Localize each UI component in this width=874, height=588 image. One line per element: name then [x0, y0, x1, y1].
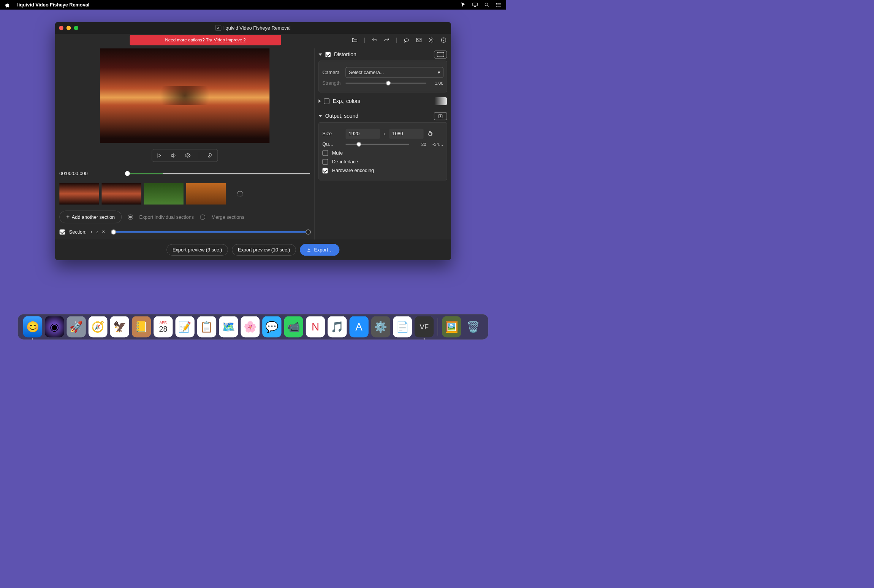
dock-news[interactable]: N — [306, 316, 325, 338]
height-input[interactable]: 1080 — [389, 129, 423, 139]
dock-appstore[interactable]: A — [349, 316, 368, 338]
output-panel: Output, sound Size 1920 x 1080 Qu… — [318, 110, 447, 180]
section-range-slider[interactable] — [112, 231, 310, 232]
section-next-icon[interactable]: › — [90, 229, 92, 235]
dock-preferences[interactable]: ⚙️ — [371, 316, 390, 338]
dock-photos[interactable]: 🌸 — [241, 316, 260, 338]
dock-music[interactable]: 🎵 — [328, 316, 347, 338]
timeline-scrubber[interactable] — [125, 173, 310, 174]
quality-value: 20 — [413, 142, 426, 147]
dock-finder[interactable]: 😊 — [23, 316, 42, 338]
redo-icon[interactable] — [384, 37, 390, 43]
maximize-button[interactable] — [74, 26, 79, 30]
section-delete-icon[interactable]: × — [102, 229, 105, 235]
preview-pane: 00:00:00.000 + Add another section Expor… — [55, 48, 315, 239]
dock-vf[interactable]: VF — [415, 316, 434, 338]
export-individual-radio[interactable] — [128, 214, 133, 220]
export-preview-3s-button[interactable]: Export preview (3 sec.) — [166, 244, 228, 256]
dock-messages[interactable]: 💬 — [262, 316, 281, 338]
merge-sections-radio[interactable] — [200, 214, 205, 220]
mute-checkbox[interactable] — [322, 150, 328, 156]
mail-icon[interactable] — [416, 37, 422, 43]
app-window: VF liquivid Video Fisheye Removal Need m… — [55, 22, 451, 260]
dock-maps[interactable]: 🗺️ — [219, 316, 238, 338]
clip-thumbnail[interactable] — [59, 183, 99, 205]
size-label: Size — [322, 131, 342, 137]
camera-label: Camera — [322, 70, 342, 75]
dock-calendar[interactable]: APR28 — [154, 316, 173, 338]
undo-icon[interactable] — [371, 37, 377, 43]
section-prev-icon[interactable]: ‹ — [96, 229, 98, 235]
deinterlace-checkbox[interactable] — [322, 159, 328, 165]
output-header[interactable]: Output, sound — [318, 110, 447, 122]
properties-panel: Distortion Camera Select camera... ▾ — [315, 48, 451, 239]
distortion-header[interactable]: Distortion — [318, 48, 447, 60]
exp-colors-title: Exp., colors — [332, 98, 360, 104]
feedback-icon[interactable] — [404, 37, 410, 43]
menubar-list-icon[interactable] — [496, 2, 502, 8]
dock-launchpad[interactable]: 🚀 — [66, 316, 86, 338]
reset-size-icon[interactable] — [427, 131, 433, 137]
chevron-right-icon — [318, 100, 321, 103]
menubar-search-icon[interactable] — [484, 2, 490, 8]
section-enabled-checkbox[interactable] — [59, 229, 65, 235]
dock-contacts[interactable]: 📒 — [132, 316, 151, 338]
dock-facetime[interactable]: 📹 — [284, 316, 303, 338]
dock-reminders[interactable]: 📋 — [197, 316, 216, 338]
camera-select[interactable]: Select camera... ▾ — [346, 67, 443, 78]
wrench-icon[interactable] — [207, 152, 213, 158]
banner-link[interactable]: Video Improve 2 — [214, 38, 246, 43]
volume-icon[interactable] — [170, 152, 176, 158]
distortion-panel: Distortion Camera Select camera... ▾ — [318, 48, 447, 92]
menubar-airplay-icon[interactable] — [472, 2, 478, 8]
dock-downloads[interactable]: 🖼️ — [442, 316, 461, 338]
eye-icon[interactable] — [185, 152, 191, 158]
export-button[interactable]: Export… — [300, 244, 339, 256]
info-icon[interactable] — [440, 37, 446, 43]
apple-icon[interactable] — [5, 2, 11, 8]
separator: | — [364, 37, 365, 43]
open-folder-icon[interactable] — [352, 37, 358, 43]
strength-label: Strength — [322, 80, 342, 86]
gear-icon[interactable] — [428, 37, 434, 43]
export-box-icon — [434, 112, 447, 120]
minimize-button[interactable] — [66, 26, 71, 30]
dock-trash[interactable]: 🗑️ — [464, 316, 483, 338]
footer-bar: Export preview (3 sec.) Export preview (… — [55, 240, 451, 260]
app-icon: VF — [215, 25, 221, 31]
distortion-checkbox[interactable] — [325, 52, 331, 57]
svg-point-7 — [496, 5, 497, 5]
svg-point-1 — [485, 3, 488, 6]
video-preview[interactable] — [100, 48, 269, 143]
width-input[interactable]: 1920 — [346, 129, 380, 139]
play-icon[interactable] — [156, 152, 162, 158]
svg-line-2 — [488, 6, 489, 7]
quality-label: Qu… — [322, 141, 342, 147]
quality-est: ~34… — [430, 142, 443, 147]
menubar-cursor-icon[interactable] — [460, 2, 466, 8]
dock-mail[interactable]: 🦅 — [110, 316, 129, 338]
svg-rect-15 — [437, 52, 444, 57]
clip-thumbnail[interactable] — [186, 183, 226, 205]
close-button[interactable] — [59, 26, 63, 30]
exp-colors-header[interactable]: Exp., colors — [318, 95, 447, 107]
promo-banner[interactable]: Need more options? Try Video Improve 2 — [130, 35, 281, 45]
dock-textedit[interactable]: 📄 — [393, 316, 412, 338]
dock-siri[interactable]: ◉ — [45, 316, 64, 338]
menubar-app-title[interactable]: liquivid Video Fisheye Removal — [17, 2, 89, 8]
export-preview-10s-button[interactable]: Export preview (10 sec.) — [232, 244, 296, 256]
exp-colors-checkbox[interactable] — [324, 98, 329, 104]
dock-notes[interactable]: 📝 — [175, 316, 194, 338]
clip-thumbnail[interactable] — [144, 183, 184, 205]
quality-slider[interactable] — [346, 144, 409, 145]
distortion-icon — [434, 51, 447, 58]
clip-thumbnail[interactable] — [101, 183, 141, 205]
add-section-button[interactable]: + Add another section — [59, 211, 122, 223]
strength-slider[interactable] — [346, 83, 426, 84]
hardware-encoding-checkbox[interactable] — [322, 168, 328, 174]
svg-point-14 — [187, 155, 188, 156]
distortion-title: Distortion — [334, 51, 356, 57]
svg-point-10 — [431, 39, 432, 41]
deinterlace-label: De-interlace — [332, 159, 358, 165]
dock-safari[interactable]: 🧭 — [89, 316, 108, 338]
